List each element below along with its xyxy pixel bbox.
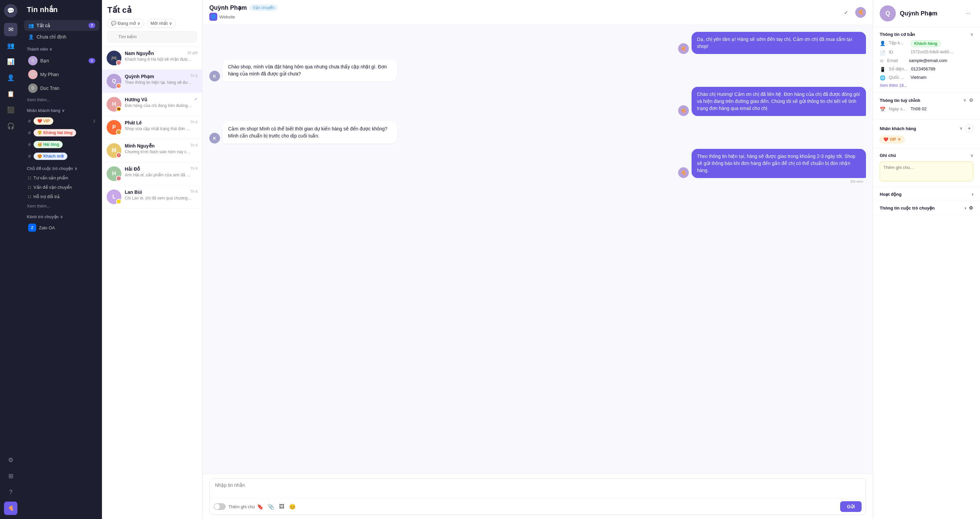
filter-open-btn[interactable]: 💬 Đang mở ∨ (107, 19, 144, 28)
conversation-list: Tất cả 💬 Đang mở ∨ Mới nhất ∨ 🔍 🎮 🛒 (102, 0, 202, 519)
field-label-date: Ngày s... (889, 106, 907, 111)
conv-avatar-minh: M 🎯 (107, 143, 121, 158)
topic-product-advice[interactable]: □ Tư vấn sản phẩm (24, 173, 99, 183)
member-myphan[interactable]: M My Phan (24, 68, 99, 81)
rp-basic-info-title[interactable]: Thông tin cơ bản ∨ (880, 32, 973, 37)
field-label-id: ID (889, 50, 907, 55)
labels-section-header[interactable]: Nhãn khách hàng ∨ (21, 104, 102, 115)
tag-new[interactable]: # 😍 Khách mới (24, 151, 99, 162)
field-label-type: Tệp k... (889, 40, 907, 45)
conv-item-phat[interactable]: P 🛒 Phát Lê Th 6 Shop vừa cập nhật trạng… (102, 116, 202, 139)
nav-icon-headset[interactable]: 🎧 (4, 119, 18, 133)
filter-unassigned[interactable]: 👤 Chưa chỉ định (24, 32, 99, 42)
filter-newest-btn[interactable]: Mới nhất ∨ (147, 19, 176, 28)
conv-avatar-huong: H 🛍 (107, 97, 121, 112)
nav-icon-help[interactable]: ? (4, 486, 18, 499)
activity-row[interactable]: Hoạt động › (873, 187, 980, 201)
channel-zalo[interactable]: Z Zalo OA (24, 222, 99, 234)
field-value-type: Khách hàng (911, 40, 941, 47)
conv-info-label: Thông tin cuộc trò chuyện (880, 206, 935, 211)
vip-tag: ❤️ VIP ✕ (880, 136, 905, 143)
nav-icon-contacts[interactable]: 👥 (4, 39, 18, 52)
conv-avatar-phat: P 🛒 (107, 120, 121, 135)
rp-labels-title[interactable]: Nhãn khách hàng ∨ + (880, 124, 973, 132)
basic-info-see-more[interactable]: Xem thêm 18... (880, 83, 973, 88)
nav-icon-tasks[interactable]: 📋 (4, 87, 18, 101)
conv-item-quynh[interactable]: Q 🍕 Quỳnh Phạm Th 6 Theo thông tin hiện … (102, 70, 202, 93)
nav-icon-grid[interactable]: ⊞ (4, 469, 18, 483)
rp-field-phone: 📱 Số điện... 0123456789 (880, 67, 973, 72)
members-see-more[interactable]: Xem thêm... (21, 95, 102, 104)
filter-all[interactable]: 👥 Tất cả 7 (24, 20, 99, 31)
topic-return-label: Hỗ trợ đổi trả (33, 194, 60, 199)
conv-filters: 💬 Đang mở ∨ Mới nhất ∨ (107, 19, 197, 28)
note-input[interactable] (880, 161, 973, 181)
image-btn[interactable]: 🖼 (276, 501, 287, 512)
icon-sidebar: 💬 ✉ 👥 📊 👤 📋 ⬛ 🎧 ⚙ ⊞ ? 🍕 (0, 0, 21, 519)
rp-notes-title[interactable]: Ghi chú ∨ (880, 153, 973, 158)
members-section-header[interactable]: Thành viên ∨ (21, 43, 102, 54)
add-label-btn[interactable]: + (965, 124, 973, 132)
conv-item-nam[interactable]: 🎮 🛒 Nam Nguyễn 18 giờ Khách hàng ở Hà Nộ… (102, 47, 202, 70)
conv-info-settings-icon[interactable]: ⚙ (969, 205, 973, 211)
chat-channel-label: Website (220, 14, 235, 19)
member-ban[interactable]: B Bạn 6 (24, 54, 99, 67)
nav-icon-user[interactable]: 👤 (4, 71, 18, 84)
msg-avatar-2: K (209, 71, 220, 81)
attach-btn[interactable]: 📎 (266, 501, 276, 512)
conv-list-title: Tất cả (107, 5, 197, 15)
conv-item-minh[interactable]: M 🎯 Minh Nguyễn Th 6 Chương trình flash … (102, 139, 202, 162)
topics-see-more[interactable]: Xem thêm... (21, 202, 102, 211)
conv-preview-phat: Shop vừa cập nhật trạng thái đơn hàng củ… (125, 126, 192, 131)
rp-notes-label: Ghi chú (880, 153, 896, 158)
header-check-btn[interactable]: ✓ (840, 7, 851, 18)
nav-icon-analytics[interactable]: 📊 (4, 55, 18, 68)
conv-preview-nam: Khách hàng ở Hà Nội sẽ nhận được hàng tr… (125, 57, 192, 62)
rp-labels-label: Nhãn khách hàng (880, 126, 916, 131)
nav-icon-settings[interactable]: ⚙ (4, 453, 18, 467)
topic-return[interactable]: □ Hỗ trợ đổi trả (24, 192, 99, 201)
bookmark-btn[interactable]: 🔖 (255, 501, 266, 512)
channel-globe-icon: 🌐 (209, 13, 217, 21)
field-icon-phone: 📱 (880, 67, 885, 72)
conv-avatar-nam: 🎮 🛒 (107, 51, 121, 65)
tag-vip[interactable]: # ❤️ VIP 2 (24, 115, 99, 127)
topic-shipping[interactable]: □ Vấn đề vận chuyển (24, 183, 99, 192)
tag-unhappy[interactable]: # 😤 Không hài lòng (24, 127, 99, 138)
conv-info-chevron: › (964, 205, 966, 211)
rp-field-type: 👤 Tệp k... Khách hàng (880, 40, 973, 47)
chat-messages: Dạ, chị yên tâm ạ! Hàng sẽ sớm đến tay c… (202, 25, 873, 474)
user-avatar-bottom[interactable]: 🍕 (4, 502, 18, 515)
conv-info-row[interactable]: Thông tin cuộc trò chuyện › ⚙ (873, 201, 980, 215)
activity-chevron: › (972, 191, 973, 197)
conv-name-lan: Lan Bùi (125, 189, 142, 195)
note-toggle[interactable] (214, 503, 226, 510)
nav-icon-layers[interactable]: ⬛ (4, 103, 18, 117)
rp-custom-info-title[interactable]: Thông tin tuỳ chỉnh ∨ ⚙ (880, 98, 973, 103)
search-input[interactable] (107, 31, 197, 42)
chat-input-area: Thêm ghi chú 🔖 📎 🖼 😊 Gửi (202, 474, 873, 519)
send-button[interactable]: Gửi (840, 501, 862, 512)
note-toggle-wrapper: Thêm ghi chú (214, 503, 255, 510)
rp-menu-btn[interactable]: ⋯ (963, 8, 973, 19)
chat-area: Quỳnh Phạm Vận chuyển 🌐 Website ✓ 🍕 Dạ, … (202, 0, 873, 519)
nav-icon-messages[interactable]: ✉ (4, 23, 18, 36)
emoji-btn[interactable]: 😊 (287, 501, 298, 512)
field-value-id: 1572ce20-64b9-4e60-... (911, 50, 953, 54)
topics-section-header[interactable]: Chủ đề cuộc trò chuyện ∨ (21, 162, 102, 173)
labels-header-label: Nhãn khách hàng (27, 108, 60, 113)
filter-unassigned-label: Chưa chỉ định (37, 34, 67, 40)
conv-item-lan[interactable]: L ⭐ Lan Bùi Th 6 Chị Lan ơi, chị đã xem … (102, 186, 202, 208)
conv-item-huong[interactable]: H 🛍 Hương Vũ ✓ Đơn hàng của chị đang trê… (102, 93, 202, 116)
message-2: K Chào shop, mình vừa đặt hàng hôm qua n… (209, 59, 866, 81)
channels-section-header[interactable]: Kênh trò chuyện ∨ (21, 211, 102, 221)
member-ductran[interactable]: D Duc Tran (24, 81, 99, 95)
tag-happy[interactable]: # 🥳 Hài lòng (24, 139, 99, 150)
conv-item-hai[interactable]: H 🛒 Hải Đỗ Th 6 Anh Hải ơi, sản phẩm của… (102, 162, 202, 186)
conv-items: 🎮 🛒 Nam Nguyễn 18 giờ Khách hàng ở Hà Nộ… (102, 47, 202, 519)
rp-contact-avatar: Q (880, 5, 896, 21)
basic-info-chevron: ∨ (970, 32, 973, 37)
custom-info-settings-icon[interactable]: ⚙ (969, 98, 973, 103)
chat-input[interactable] (210, 478, 865, 497)
vip-tag-remove-btn[interactable]: ✕ (897, 137, 901, 142)
